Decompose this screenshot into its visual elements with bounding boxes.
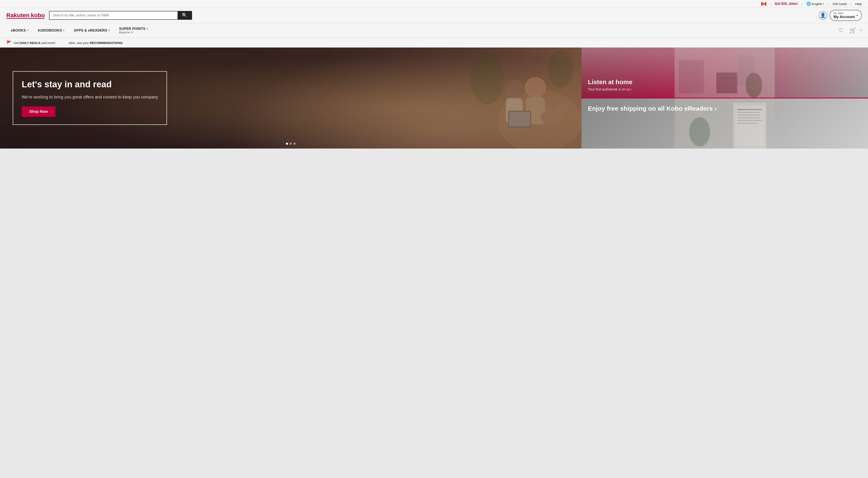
svg-point-10 — [548, 50, 573, 88]
notif-recommendations-text[interactable]: John, see your RECOMMENDATIONS — [62, 41, 122, 44]
hero-ereader-panel[interactable]: Enjoy free shipping on all Kobo eReaders… — [582, 98, 868, 149]
ebooks-chevron-icon: ▾ — [27, 29, 29, 32]
svg-rect-20 — [737, 112, 760, 113]
nav-icons: ♡ 🛒 ▾ — [836, 25, 862, 36]
svg-rect-22 — [737, 117, 760, 118]
chevron-down-icon: ▾ — [823, 2, 824, 5]
account-label: My Account — [834, 15, 855, 19]
search-input[interactable] — [50, 11, 178, 19]
logo[interactable]: Rakuten kobo — [6, 12, 45, 19]
hero-border-box: Let's stay in and read We're working to … — [12, 71, 167, 125]
language-selector[interactable]: 🌐 English ▾ — [806, 1, 824, 6]
notif-deals-text[interactable]: Get DAILY DEALS and more! — [14, 41, 62, 44]
dot-2[interactable] — [290, 143, 292, 145]
cart-button[interactable]: 🛒 — [847, 25, 858, 36]
cart-icon: 🛒 — [849, 27, 856, 34]
hero-title: Let's stay in and read — [22, 79, 158, 89]
separator: | — [770, 2, 771, 6]
hero-carousel-dots — [286, 143, 296, 145]
gift-cards-link[interactable]: Gift Cards — [833, 2, 847, 6]
ereader-panel-title: Enjoy free shipping on all Kobo eReaders… — [588, 105, 716, 112]
svg-rect-14 — [716, 72, 737, 93]
svg-point-9 — [470, 54, 504, 104]
svg-point-25 — [689, 117, 710, 146]
audiobook-panel-content: Listen at home Your first audiobook is o… — [588, 78, 632, 91]
audiobook-panel-title: Listen at home — [588, 78, 632, 86]
hero-main-panel: Let's stay in and read We're working to … — [0, 48, 582, 149]
promo-text: Get $15, John! — [775, 2, 798, 6]
hero-content: Let's stay in and read We're working to … — [0, 61, 180, 135]
notification-bar: 🚩 Get DAILY DEALS and more! John, see yo… — [0, 38, 868, 48]
superpoints-chevron-icon: ▾ — [147, 28, 148, 30]
audiobooks-chevron-icon: ▾ — [63, 29, 65, 32]
shop-now-button[interactable]: Shop Now — [22, 107, 55, 117]
superpoints-balance: Balance: 0 — [119, 31, 133, 34]
wishlist-button[interactable]: ♡ — [836, 25, 845, 36]
search-icon: 🔍 — [182, 12, 187, 18]
svg-point-6 — [556, 103, 569, 116]
user-icon: 👤 — [820, 12, 826, 18]
ereader-panel-content: Enjoy free shipping on all Kobo eReaders… — [588, 105, 716, 112]
svg-rect-24 — [737, 123, 758, 124]
account-info-box: Hi, John My Account ▾ — [830, 10, 862, 21]
hero-subtitle: We're working to bring you great offers … — [22, 94, 158, 100]
svg-point-3 — [525, 77, 546, 98]
search-bar: 🔍 — [49, 11, 192, 20]
account-greeting: Hi, John — [834, 11, 855, 15]
logo-underline — [6, 18, 45, 19]
help-link[interactable]: Help — [855, 2, 862, 6]
separator: | — [850, 2, 851, 6]
main-nav: eBOOKS ▾ AUDIOBOOKS ▾ APPS & eREADERS ▾ … — [0, 23, 868, 38]
hero-side-panels: Listen at home Your first audiobook is o… — [582, 48, 868, 149]
apps-label: APPS & eREADERS — [74, 29, 107, 32]
nav-apps[interactable]: APPS & eREADERS ▾ — [69, 25, 115, 36]
svg-point-1 — [505, 80, 524, 99]
nav-ebooks[interactable]: eBOOKS ▾ — [6, 25, 33, 36]
superpoints-label: SUPER POINTS ▾ — [119, 27, 148, 31]
globe-icon: 🌐 — [806, 1, 811, 6]
account-avatar: 👤 — [819, 11, 827, 20]
svg-rect-12 — [679, 60, 704, 94]
top-bar: 🇨🇦 | Get $15, John! | 🌐 English ▾ | Gift… — [0, 0, 868, 8]
dot-1[interactable] — [286, 143, 288, 145]
nav-items: eBOOKS ▾ AUDIOBOOKS ▾ APPS & eREADERS ▾ … — [6, 23, 836, 38]
search-button[interactable]: 🔍 — [178, 11, 192, 19]
logo-rakuten: Rakuten — [6, 12, 29, 19]
language-label: English — [812, 2, 822, 6]
svg-rect-19 — [737, 109, 763, 110]
hero-section: Let's stay in and read We're working to … — [0, 48, 868, 149]
header: Rakuten kobo 🔍 👤 Hi, John My Account ▾ — [0, 8, 868, 23]
apps-chevron-icon: ▾ — [108, 29, 110, 32]
notif-flag-icon: 🚩 — [6, 40, 11, 45]
nav-audiobooks[interactable]: AUDIOBOOKS ▾ — [33, 25, 69, 36]
canada-flag-icon: 🇨🇦 — [761, 1, 766, 6]
audiobooks-label: AUDIOBOOKS — [38, 29, 62, 32]
svg-point-15 — [746, 72, 762, 98]
dot-3[interactable] — [293, 143, 296, 145]
svg-rect-23 — [737, 120, 763, 121]
heart-icon: ♡ — [838, 27, 843, 34]
ebooks-label: eBOOKS — [11, 29, 26, 32]
cart-chevron-icon: ▾ — [861, 29, 862, 32]
svg-rect-18 — [735, 106, 765, 145]
account-menu[interactable]: 👤 Hi, John My Account ▾ — [819, 10, 862, 21]
svg-rect-21 — [737, 115, 761, 116]
account-chevron-icon: ▾ — [857, 14, 858, 17]
hero-image — [233, 48, 582, 149]
separator: | — [802, 2, 803, 6]
svg-rect-8 — [509, 112, 530, 126]
hero-audiobook-panel[interactable]: Listen at home Your first audiobook is o… — [582, 48, 868, 98]
separator: | — [828, 2, 829, 6]
logo-kobo: kobo — [31, 12, 45, 19]
nav-superpoints[interactable]: SUPER POINTS ▾ Balance: 0 — [115, 23, 153, 38]
audiobook-panel-link: Your first audiobook is on us › — [588, 88, 632, 91]
